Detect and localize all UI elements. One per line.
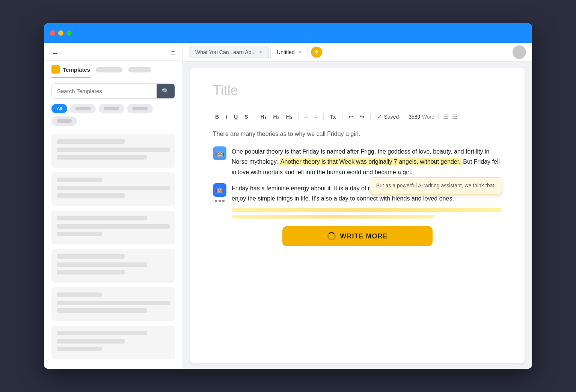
avatar xyxy=(513,45,526,59)
sidebar-tab-templates-label: Templates xyxy=(63,66,90,73)
editor-tab-1[interactable]: What You Can Learn Ab... ✕ xyxy=(189,46,269,58)
toolbar-separator-2 xyxy=(298,113,299,120)
sidebar-tab-other1[interactable] xyxy=(96,67,122,76)
list-view-button-2[interactable]: ☰ xyxy=(451,113,458,121)
word-label: Word xyxy=(422,114,434,120)
editor-tab-1-close[interactable]: ✕ xyxy=(259,50,262,54)
loading-bar-1 xyxy=(232,208,502,212)
skeleton-card-1[interactable] xyxy=(51,134,175,168)
filter-tag-1-skeleton xyxy=(75,107,90,110)
sidebar-tab-templates[interactable]: Templates xyxy=(51,65,90,78)
sidebar-tabs: Templates xyxy=(44,61,182,78)
list-view-button-1[interactable]: ☰ xyxy=(442,113,449,121)
unordered-list-button[interactable]: ≡ xyxy=(312,112,320,121)
filter-tag-3-skeleton xyxy=(133,107,148,110)
editor-content[interactable]: There are many theories as to why we cal… xyxy=(213,129,502,246)
loading-bar-2 xyxy=(232,215,434,219)
toolbar-separator-1 xyxy=(254,113,254,120)
word-count-container: 3589 Word xyxy=(406,113,434,120)
back-button[interactable]: ← xyxy=(51,49,59,57)
filter-tag-3[interactable] xyxy=(127,104,153,113)
saved-indicator: ✓ Saved xyxy=(377,114,399,120)
saved-label: Saved xyxy=(384,114,399,120)
formatting-toolbar: B I U S H₁ H₂ H₃ ≡ ≡ Tx ↩ ↪ xyxy=(213,112,502,121)
redo-button[interactable]: ↪ xyxy=(357,112,366,121)
skeleton-card-4[interactable] xyxy=(51,249,175,283)
search-button[interactable]: 🔍 xyxy=(157,84,175,98)
tab-bar: What You Can Learn Ab... ✕ Untitled ✕ + xyxy=(183,43,532,62)
filter-tags: All xyxy=(44,104,182,131)
intro-text: There are many theories as to why we cal… xyxy=(213,129,502,139)
traffic-light-green[interactable] xyxy=(66,30,72,36)
ai-avatar-1: 🤖 xyxy=(213,146,226,160)
filter-tag-2-skeleton xyxy=(104,107,119,110)
tooltip-box: But as a powerful AI writing assistant, … xyxy=(370,177,502,194)
sidebar-tab-other2-skeleton xyxy=(128,67,151,72)
editor-tab-1-label: What You Can Learn Ab... xyxy=(195,49,256,55)
app-body: ← ≡ Templates 🔍 xyxy=(44,43,532,369)
ai-avatar-2: 🤖 xyxy=(213,183,226,197)
ai-text-1: One popular theory is that Friday is nam… xyxy=(232,146,502,177)
write-more-container: WRITE MORE xyxy=(213,226,502,246)
bold-button[interactable]: B xyxy=(213,112,221,121)
sidebar-tab-other2[interactable] xyxy=(128,67,151,76)
underline-button[interactable]: U xyxy=(232,112,240,121)
ai-block-1: 🤖 One popular theory is that Friday is n… xyxy=(213,146,502,177)
word-count: 3589 xyxy=(409,114,420,120)
menu-icon[interactable]: ≡ xyxy=(171,49,175,57)
write-more-spinner xyxy=(327,232,336,240)
undo-button[interactable]: ↩ xyxy=(346,112,355,121)
loading-dot-2 xyxy=(219,200,221,202)
skeleton-card-5[interactable] xyxy=(51,287,175,321)
loading-dot-3 xyxy=(222,200,225,202)
search-icon: 🔍 xyxy=(162,87,169,95)
traffic-light-red[interactable] xyxy=(50,30,55,36)
filter-tag-1[interactable] xyxy=(70,104,96,113)
new-tab-button[interactable]: + xyxy=(311,47,322,58)
titlebar xyxy=(44,23,532,43)
toolbar-separator-6 xyxy=(438,113,439,120)
clear-format-button[interactable]: Tx xyxy=(327,112,338,121)
check-icon: ✓ xyxy=(377,114,382,120)
ordered-list-button[interactable]: ≡ xyxy=(302,112,310,121)
editor-tab-2-close[interactable]: ✕ xyxy=(298,50,302,54)
editor-area: What You Can Learn Ab... ✕ Untitled ✕ + … xyxy=(183,43,532,369)
toolbar-separator-5 xyxy=(370,113,371,120)
h3-button[interactable]: H₃ xyxy=(284,112,294,121)
ai-avatar-2-container: 🤖 xyxy=(213,183,226,202)
write-more-label: WRITE MORE xyxy=(340,232,388,240)
filter-tag-2[interactable] xyxy=(99,104,124,113)
skeleton-card-6[interactable] xyxy=(51,326,175,359)
toolbar-separator-4 xyxy=(342,113,342,120)
h1-button[interactable]: H₁ xyxy=(258,112,268,121)
ai-highlight: Another theory is that Week was original… xyxy=(280,158,461,165)
robot-icon-1: 🤖 xyxy=(215,147,225,160)
italic-button[interactable]: I xyxy=(223,112,229,121)
sidebar: ← ≡ Templates 🔍 xyxy=(44,43,183,369)
loading-dot-1 xyxy=(215,200,217,202)
search-bar: 🔍 xyxy=(51,83,175,99)
skeleton-card-2[interactable] xyxy=(51,172,175,206)
toolbar-divider xyxy=(213,106,502,106)
filter-tag-all[interactable]: All xyxy=(51,104,67,113)
app-window: ← ≡ Templates 🔍 xyxy=(44,23,532,369)
skeleton-card-3[interactable] xyxy=(51,211,175,244)
strikethrough-button[interactable]: S xyxy=(242,112,250,121)
traffic-light-yellow[interactable] xyxy=(58,30,63,36)
filter-tag-4[interactable] xyxy=(51,116,77,126)
editor-wrapper[interactable]: Title B I U S H₁ H₂ H₃ ≡ ≡ Tx xyxy=(190,68,525,363)
search-input[interactable] xyxy=(52,84,157,98)
tab-bar-right xyxy=(513,45,526,59)
templates-icon xyxy=(51,65,60,74)
sidebar-header: ← ≡ xyxy=(44,43,182,61)
toolbar-separator-3 xyxy=(323,113,324,120)
editor-tab-2[interactable]: Untitled ✕ xyxy=(270,46,308,58)
write-more-button[interactable]: WRITE MORE xyxy=(282,226,433,246)
robot-icon-2: 🤖 xyxy=(216,185,223,195)
h2-button[interactable]: H₂ xyxy=(271,112,282,121)
editor-tab-2-label: Untitled xyxy=(277,49,294,55)
doc-title[interactable]: Title xyxy=(213,83,502,98)
sidebar-tab-other1-skeleton xyxy=(96,67,122,72)
filter-tag-4-skeleton xyxy=(57,119,72,123)
sidebar-content xyxy=(44,131,182,369)
